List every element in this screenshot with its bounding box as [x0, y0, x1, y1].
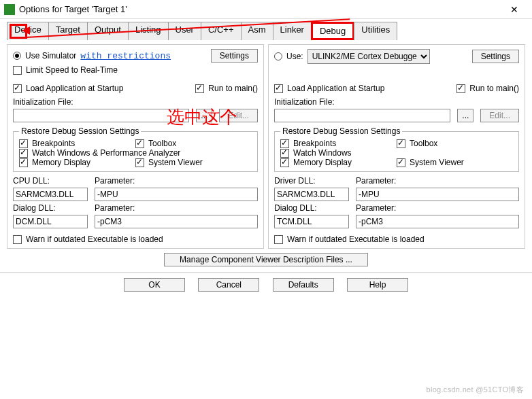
tab-ccpp[interactable]: C/C++: [201, 22, 242, 40]
limit-speed-label: Limit Speed to Real-Time: [26, 65, 118, 75]
memdisp-label-right: Memory Display: [293, 158, 352, 167]
param-label-1: Parameter:: [95, 176, 135, 186]
edit-button-right: Edit...: [480, 109, 519, 122]
load-app-checkbox-left[interactable]: [13, 84, 22, 93]
tab-bar: Device Target Output Listing User C/C++ …: [0, 19, 532, 40]
dlg-dll-input-left[interactable]: [13, 215, 88, 228]
tab-utilities[interactable]: Utilities: [354, 22, 397, 40]
restore-group-title-left: Restore Debug Session Settings: [19, 126, 141, 136]
app-icon: [4, 4, 15, 15]
toolbox-checkbox-right[interactable]: [397, 139, 405, 148]
dlg-dll-label-right: Dialog DLL:: [274, 203, 349, 213]
hardware-panel: Use: ULINK2/ME Cortex Debugger Settings …: [268, 44, 525, 249]
tab-output[interactable]: Output: [87, 22, 129, 40]
tab-target[interactable]: Target: [48, 22, 88, 40]
sysview-checkbox-left[interactable]: [135, 158, 144, 167]
toolbox-label-right: Toolbox: [410, 139, 437, 148]
warn-checkbox-right[interactable]: [274, 235, 283, 244]
breakpoints-label-right: Breakpoints: [293, 139, 336, 148]
tab-asm[interactable]: Asm: [241, 22, 273, 40]
use-hw-label: Use:: [286, 52, 303, 61]
toolbox-checkbox-left[interactable]: [135, 139, 144, 148]
param-label-4: Parameter:: [356, 203, 396, 213]
cpu-dll-label: CPU DLL:: [13, 176, 88, 186]
run-main-label-left: Run to main(): [208, 84, 258, 93]
manage-components-button[interactable]: Manage Component Viewer Description File…: [164, 253, 368, 266]
warn-checkbox-left[interactable]: [13, 235, 22, 244]
use-hw-radio[interactable]: [274, 52, 282, 60]
debugger-select[interactable]: ULINK2/ME Cortex Debugger: [307, 49, 430, 64]
close-icon[interactable]: ✕: [501, 4, 528, 15]
load-app-checkbox-right[interactable]: [274, 84, 283, 93]
drv-dll-label: Driver DLL:: [274, 176, 349, 186]
simulator-panel: Use Simulator with restrictions Settings…: [7, 44, 264, 249]
memdisp-checkbox-left[interactable]: [19, 158, 28, 167]
help-button[interactable]: Help: [347, 278, 408, 292]
init-file-input-right[interactable]: [274, 109, 450, 122]
edit-button-left: Edit...: [219, 109, 258, 122]
restore-group-title-right: Restore Debug Session Settings: [280, 126, 402, 136]
run-main-checkbox-right[interactable]: [456, 84, 465, 93]
param-label-2: Parameter:: [95, 203, 135, 213]
run-main-checkbox-left[interactable]: [195, 84, 204, 93]
watermark-text: blog.csdn.net @51CTO博客: [426, 385, 524, 395]
memdisp-label-left: Memory Display: [32, 158, 90, 167]
dlg-param-input-right[interactable]: [356, 215, 519, 228]
ok-button[interactable]: OK: [124, 278, 185, 292]
limit-speed-checkbox[interactable]: [13, 66, 22, 75]
load-app-label-right: Load Application at Startup: [287, 84, 384, 93]
tab-device[interactable]: Device: [7, 22, 49, 40]
warn-label-left: Warn if outdated Executable is loaded: [26, 235, 163, 244]
tab-debug[interactable]: Debug: [311, 22, 354, 40]
browse-button-right[interactable]: ...: [457, 109, 473, 122]
dlg-dll-input-right[interactable]: [274, 215, 349, 228]
use-simulator-label: Use Simulator: [25, 51, 76, 60]
param-label-3: Parameter:: [356, 176, 396, 186]
hw-settings-button[interactable]: Settings: [472, 50, 519, 63]
tab-linker[interactable]: Linker: [273, 22, 312, 40]
window-title: Options for Target 'Target 1': [19, 4, 501, 14]
watch-label-right: Watch Windows: [293, 148, 352, 158]
restrictions-link[interactable]: with restrictions: [80, 51, 171, 61]
run-main-label-right: Run to main(): [469, 84, 519, 93]
sysview-label-right: System Viewer: [410, 158, 464, 167]
sysview-label-left: System Viewer: [148, 158, 203, 167]
cpu-dll-input[interactable]: [13, 188, 88, 201]
init-file-input-left[interactable]: [13, 109, 189, 122]
browse-button-left[interactable]: ...: [196, 109, 212, 122]
dlg-param-input-left[interactable]: [95, 215, 258, 228]
tab-listing[interactable]: Listing: [128, 22, 169, 40]
drv-dll-input[interactable]: [274, 188, 349, 201]
cpu-param-input[interactable]: [95, 188, 258, 201]
breakpoints-label-left: Breakpoints: [32, 139, 75, 148]
load-app-label-left: Load Application at Startup: [26, 84, 123, 93]
sim-settings-button[interactable]: Settings: [211, 49, 258, 63]
tab-user[interactable]: User: [168, 22, 201, 40]
drv-param-input[interactable]: [356, 188, 519, 201]
watch-label-left: Watch Windows & Performance Analyzer: [32, 148, 180, 158]
memdisp-checkbox-right[interactable]: [280, 158, 289, 167]
defaults-button[interactable]: Defaults: [273, 278, 334, 292]
sysview-checkbox-right[interactable]: [397, 158, 405, 167]
cancel-button[interactable]: Cancel: [198, 278, 259, 292]
warn-label-right: Warn if outdated Executable is loaded: [287, 235, 425, 244]
init-file-label-right: Initialization File:: [274, 97, 519, 107]
init-file-label-left: Initialization File:: [13, 97, 258, 107]
use-simulator-radio[interactable]: [13, 52, 21, 60]
toolbox-label-left: Toolbox: [148, 139, 176, 148]
dlg-dll-label-left: Dialog DLL:: [13, 203, 88, 213]
